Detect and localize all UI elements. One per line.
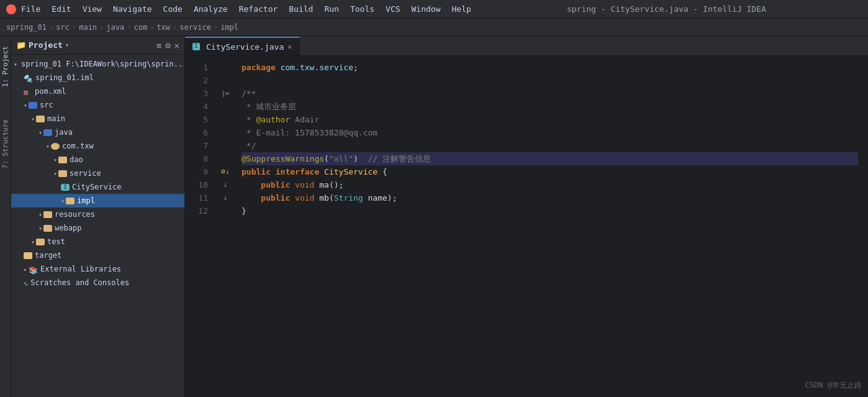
expand-icon[interactable]: ▾: [14, 61, 17, 68]
menu-file[interactable]: File: [21, 4, 40, 14]
menu-vcs[interactable]: VCS: [386, 4, 400, 14]
tree-item-label: impl: [77, 196, 95, 205]
breadcrumb-item[interactable]: service: [179, 23, 211, 32]
panel-actions: ≡ ⚙ ✕: [156, 40, 179, 50]
menu-help[interactable]: Help: [452, 4, 471, 14]
breadcrumb-item[interactable]: txw: [156, 23, 170, 32]
menu-analyze[interactable]: Analyze: [194, 4, 228, 14]
tab-project[interactable]: 1: Project: [0, 42, 11, 91]
breadcrumb-item[interactable]: com: [133, 23, 147, 32]
code-line: public void mb(String name);: [242, 191, 858, 204]
breadcrumb-item[interactable]: java: [106, 23, 124, 32]
tab-file-icon: I: [192, 43, 200, 50]
expand-icon[interactable]: ▾: [38, 129, 42, 136]
breadcrumb-sep: ›: [99, 23, 104, 32]
tree-item[interactable]: ▾src: [11, 98, 184, 112]
panel-title: 📁 Project ▾: [16, 40, 69, 50]
panel-dropdown-icon[interactable]: ▾: [65, 41, 70, 49]
expand-icon[interactable]: ▾: [53, 170, 57, 177]
code-line: * E-mail: 1578533828@qq.com: [242, 126, 858, 139]
line-number: 6: [185, 126, 213, 139]
tree-item-label: webapp: [55, 224, 81, 232]
tree-item[interactable]: ▾main: [11, 112, 184, 125]
breadcrumb-sep: ›: [127, 23, 131, 32]
tree-item[interactable]: ▸📚External Libraries: [11, 262, 184, 276]
close-panel-icon[interactable]: ✕: [174, 40, 179, 50]
tree-item[interactable]: 🔩spring_01.iml: [11, 71, 184, 84]
tree-item[interactable]: target: [11, 249, 184, 262]
code-line: */: [242, 139, 858, 152]
menu-navigate[interactable]: Navigate: [113, 4, 152, 14]
code-content[interactable]: package com.txw.service;/** * 城市业务层 * @a…: [232, 56, 868, 397]
tree-item[interactable]: ICityService: [11, 180, 184, 194]
breadcrumb-item[interactable]: src: [56, 23, 70, 32]
code-line: public void ma();: [242, 178, 858, 191]
gutter-item: [219, 100, 232, 113]
tree-item[interactable]: ▾resources: [11, 208, 184, 221]
tree-item[interactable]: ▾dao: [11, 153, 184, 167]
settings-icon[interactable]: ⚙: [165, 40, 170, 50]
menu-window[interactable]: Window: [412, 4, 441, 14]
code-editor[interactable]: 123456789101112 |=⊘↓↓↓ package com.txw.s…: [185, 56, 868, 397]
tree-item[interactable]: mpom.xml: [11, 84, 184, 98]
menu-build[interactable]: Build: [289, 4, 313, 14]
app-icon: [6, 4, 16, 14]
line-number: 10: [185, 178, 213, 191]
expand-icon[interactable]: ▾: [31, 116, 35, 122]
tree-item[interactable]: ▾test: [11, 235, 184, 249]
breadcrumb-item[interactable]: spring_01: [6, 23, 47, 32]
menu-code[interactable]: Code: [163, 4, 183, 14]
gutter-item: |=: [219, 87, 232, 100]
breadcrumb: spring_01 › src › main › java › com › tx…: [0, 19, 868, 36]
collapse-all-icon[interactable]: ≡: [156, 40, 161, 50]
tree-item-label: test: [47, 237, 65, 246]
breadcrumb-item[interactable]: main: [79, 23, 97, 32]
gutter-fold-icon[interactable]: |=: [222, 87, 229, 100]
title-text: spring - CityService.java - IntelliJ IDE…: [471, 4, 862, 14]
tree-item-label: com.txw: [62, 142, 94, 150]
tree-item[interactable]: ▾java: [11, 125, 184, 139]
watermark: CSDN @学无止路: [805, 380, 862, 391]
file-icon: 🔩: [24, 75, 33, 81]
expand-icon[interactable]: ▾: [61, 198, 65, 204]
line-number: 4: [185, 100, 213, 113]
tree-item-label: pom.xml: [35, 87, 66, 96]
line-number: 2: [185, 74, 213, 87]
tree-item[interactable]: ▾impl: [11, 194, 184, 208]
menu-tools[interactable]: Tools: [350, 4, 374, 14]
line-number: 5: [185, 113, 213, 126]
line-number: 12: [185, 204, 213, 217]
line-number: 1: [185, 61, 213, 74]
menu-refactor[interactable]: Refactor: [239, 4, 278, 14]
menu-edit[interactable]: Edit: [52, 4, 71, 14]
code-line: [242, 74, 858, 87]
gutter-item: [219, 74, 232, 87]
file-icon: [43, 211, 52, 218]
expand-icon[interactable]: ▾: [53, 157, 57, 163]
file-icon: [66, 198, 75, 204]
menu-run[interactable]: Run: [324, 4, 338, 14]
tree-item[interactable]: ▾spring_01 F:\IDEAWork\spring\sprin...: [11, 57, 184, 71]
editor-tab[interactable]: ICityService.java ✕: [185, 37, 300, 55]
tree-area: ▾spring_01 F:\IDEAWork\spring\sprin...🔩s…: [11, 55, 184, 397]
tree-item[interactable]: ✎Scratches and Consoles: [11, 276, 184, 290]
expand-icon[interactable]: ▾: [31, 239, 35, 245]
tree-item-label: resources: [55, 210, 95, 219]
tree-item[interactable]: ▾service: [11, 167, 184, 180]
expand-icon[interactable]: ▾: [46, 143, 50, 150]
tree-item[interactable]: ▾com.txw: [11, 139, 184, 153]
sidebar-tabs: 1: Project 7: Structure: [0, 36, 11, 397]
menu-view[interactable]: View: [83, 4, 102, 14]
breadcrumb-item[interactable]: impl: [220, 23, 238, 32]
file-icon: [29, 102, 37, 109]
expand-icon[interactable]: ▸: [24, 266, 27, 273]
expand-icon[interactable]: ▾: [24, 102, 27, 109]
tab-close-button[interactable]: ✕: [287, 43, 292, 51]
tree-item[interactable]: ▾webapp: [11, 221, 184, 235]
menu-bar[interactable]: FileEditViewNavigateCodeAnalyzeRefactorB…: [21, 4, 471, 14]
tab-label: CityService.java: [206, 42, 284, 52]
line-number: 8: [185, 152, 213, 165]
expand-icon[interactable]: ▾: [38, 211, 42, 218]
tab-structure[interactable]: 7: Structure: [0, 116, 11, 172]
expand-icon[interactable]: ▾: [38, 225, 42, 232]
